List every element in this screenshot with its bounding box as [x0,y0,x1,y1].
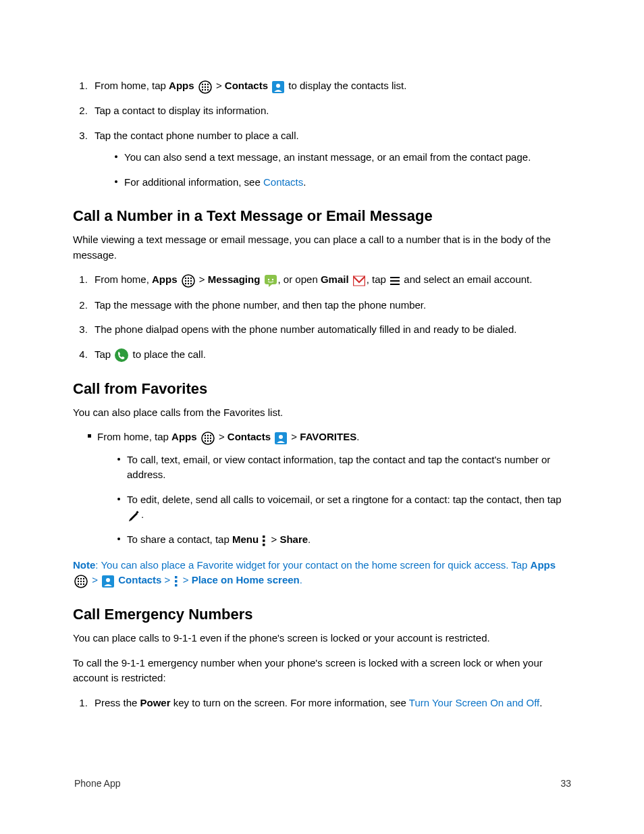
apps-icon [74,573,88,589]
turn-screen-link[interactable]: Turn Your Screen On and Off [409,697,539,708]
step-4: Tap to place the call. [90,347,571,363]
contacts-link[interactable]: Contacts [263,176,303,188]
text: Press the [95,697,140,708]
sub-item: For additional information, see Contacts… [115,175,571,190]
text: to display the contacts list. [286,80,406,91]
step-3: Tap the contact phone number to place a … [90,128,571,190]
text: key to turn on the screen. For more info… [171,697,409,708]
text: From home, [95,273,152,285]
steps-contacts-list: From home, tap Apps > Contacts to displa… [73,78,571,190]
label-gmail: Gmail [321,273,349,285]
text: , or open [278,273,321,285]
heading-call-number-in-message: Call a Number in a Text Message or Email… [73,205,571,227]
text: and select an email account. [401,273,532,285]
label-place-home: Place on Home screen [192,574,300,585]
text: Tap [95,348,113,360]
heading-call-from-favorites: Call from Favorites [73,377,571,400]
label-apps: Apps [171,431,197,442]
separator: > [268,533,279,545]
page-number: 33 [560,777,571,791]
hamburger-icon [390,273,400,288]
text: . [141,509,144,520]
label-power: Power [140,697,171,708]
contacts-icon [275,430,287,446]
apps-icon [182,273,195,288]
text: . [303,176,306,188]
apps-icon [201,430,215,446]
text: To edit, delete, send all calls to voice… [127,494,562,505]
paragraph: While viewing a text message or email me… [73,232,571,263]
overflow-icon [175,573,179,589]
step-2: Tap the message with the phone number, a… [90,298,571,313]
favorites-list: From home, tap Apps > Contacts > FAVORIT… [73,429,571,548]
contacts-icon [272,79,284,95]
text: . [356,431,359,442]
label-apps: Apps [169,80,194,91]
label-messaging: Messaging [208,273,261,285]
overflow-icon [263,533,267,548]
label-contacts: Contacts [227,431,271,442]
text: From home, tap [97,431,171,442]
text: From home, tap [95,80,169,91]
label-apps: Apps [531,559,556,571]
heading-emergency-numbers: Call Emergency Numbers [73,603,571,625]
apps-icon [198,79,212,95]
label-apps: Apps [152,273,178,285]
sub-list: You can also send a text message, an ins… [95,150,571,190]
label-favorites: FAVORITES [300,431,356,442]
separator: > [216,431,227,442]
text: For additional information, see [124,176,263,188]
note-favorite-widget: Note: You can also place a Favorite widg… [73,558,571,589]
separator: > [180,574,192,585]
paragraph: To call the 9-1-1 emergency number when … [73,656,571,686]
sub-item: You can also send a text message, an ins… [115,150,571,165]
text: , tap [367,273,389,285]
step-3: The phone dialpad opens with the phone n… [90,322,571,338]
page-body: From home, tap Apps > Contacts to displa… [0,0,644,834]
paragraph: You can also place calls from the Favori… [73,405,571,421]
step-1: From home, Apps > Messaging , or open Gm… [90,272,571,288]
text: to place the call. [130,348,206,360]
separator: > [161,574,173,585]
text: : You can also place a Favorite widget f… [95,559,530,571]
pencil-icon [128,508,140,523]
separator: > [196,273,208,285]
text: . [539,697,542,708]
step-1: From home, tap Apps > Contacts to displa… [90,78,571,94]
text: . [300,574,302,585]
step-1: Press the Power key to turn on the scree… [90,696,571,711]
separator: > [288,431,300,442]
label-contacts: Contacts [225,80,268,91]
favorites-sub-list: To call, text, email, or view contact in… [97,452,571,548]
gmail-icon [353,273,365,288]
steps-emergency: Press the Power key to turn on the scree… [73,696,571,711]
contacts-icon [102,573,114,589]
phone-icon [115,347,128,363]
text: To share a contact, tap [127,533,232,545]
footer-title: Phone App [74,777,121,791]
separator: > [213,80,225,91]
text: Tap the contact phone number to place a … [95,130,299,141]
label-contacts: Contacts [115,574,161,585]
favorites-main: From home, tap Apps > Contacts > FAVORIT… [88,429,571,548]
sub-item: To edit, delete, send all calls to voice… [117,492,571,523]
messaging-icon [265,273,277,288]
separator: > [89,574,101,585]
steps-message-call: From home, Apps > Messaging , or open Gm… [73,272,571,363]
sub-item: To call, text, email, or view contact in… [117,452,571,483]
note-label: Note [73,559,95,571]
sub-item: To share a contact, tap Menu > Share. [117,532,571,548]
text: . [308,533,311,545]
label-share: Share [279,533,308,545]
step-2: Tap a contact to display its information… [90,103,571,119]
page-footer: Phone App 33 [74,777,571,791]
label-menu: Menu [232,533,259,545]
paragraph: You can place calls to 9-1-1 even if the… [73,631,571,646]
